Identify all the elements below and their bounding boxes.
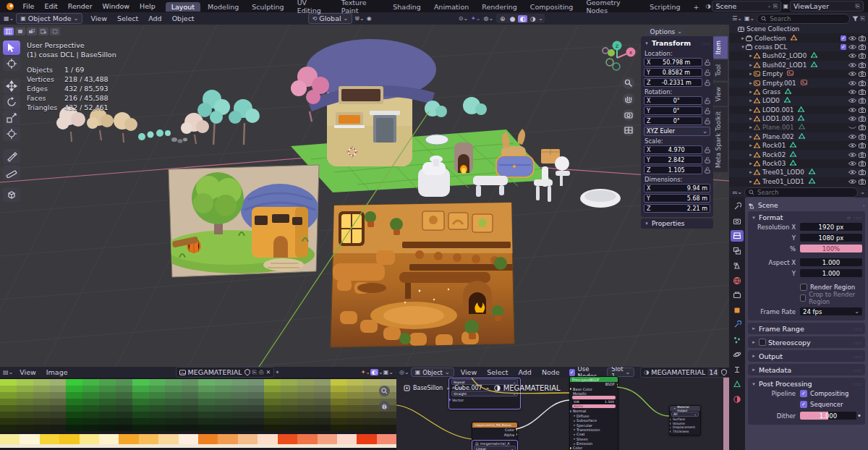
shader-type-selector[interactable]: ▣ Object⌄ xyxy=(411,368,454,377)
rotate-tool[interactable] xyxy=(3,95,20,109)
scale-tool[interactable] xyxy=(3,111,20,125)
filter-icon[interactable] xyxy=(852,16,859,22)
properties-search[interactable] xyxy=(744,187,858,198)
menu-help[interactable]: Help xyxy=(135,2,161,10)
users-count[interactable]: 14 xyxy=(707,368,719,376)
camera-render-icon[interactable] xyxy=(859,116,866,122)
camera-render-icon[interactable] xyxy=(859,161,866,166)
expand-icon[interactable]: ▸ xyxy=(748,98,754,103)
properties-tool-tab[interactable] xyxy=(731,200,744,212)
lock-open-icon[interactable] xyxy=(705,147,710,153)
outliner-search-input[interactable] xyxy=(768,14,845,23)
checkbox-sequencer[interactable]: ✓Sequencer xyxy=(800,401,843,408)
lock-open-icon[interactable] xyxy=(705,157,710,164)
sidebar-tab-view[interactable]: View xyxy=(713,82,728,106)
menu-render[interactable]: Render xyxy=(63,2,98,10)
sidebar-tab-tool[interactable]: Tool xyxy=(713,60,728,81)
camera-render-icon[interactable] xyxy=(859,44,866,50)
outliner-item-empty[interactable]: ▸Empty xyxy=(729,69,868,78)
viewport-menu-view[interactable]: View xyxy=(85,14,112,22)
expand-icon[interactable]: ▸ xyxy=(740,35,746,41)
outliner-item-grass[interactable]: ▸Grass xyxy=(729,88,868,96)
outliner-item-tree01_lod1[interactable]: ▸Tree01_LOD1 xyxy=(729,177,868,186)
shield-fake-user-icon[interactable] xyxy=(244,369,250,375)
menu-edit[interactable]: Edit xyxy=(39,2,62,10)
expand-icon[interactable]: ▸ xyxy=(748,116,754,122)
collection-toggle-icon-3[interactable] xyxy=(38,27,48,35)
new-viewlayer-icon[interactable]: ⎘ xyxy=(856,3,860,10)
proportional-edit-icon[interactable]: ◉ xyxy=(367,15,372,22)
expand-icon[interactable]: ▸ xyxy=(748,179,754,184)
camera-render-icon[interactable] xyxy=(859,80,866,86)
properties-viewlayer-tab[interactable] xyxy=(731,245,744,257)
expand-icon[interactable]: ▸ xyxy=(748,107,754,113)
image-menu-view[interactable]: View xyxy=(14,368,41,376)
shading-material-icon[interactable]: ◐ xyxy=(518,15,527,22)
expand-icon[interactable]: ▸ xyxy=(748,169,754,175)
select-box-tool[interactable] xyxy=(3,41,20,55)
pin-icon[interactable]: ⌖ xyxy=(768,4,770,9)
collection-checkbox[interactable]: ✓ xyxy=(841,35,846,41)
outliner-item-collection[interactable]: ▸Collection✓ xyxy=(729,33,868,42)
expand-icon[interactable]: ▸ xyxy=(748,143,754,148)
image-datablock[interactable]: MEGAMATERIAL ⎘ ⎙ ✕ xyxy=(176,367,275,378)
outliner-item-rock03[interactable]: ▸Rock03 xyxy=(729,159,868,168)
field--[interactable]: 100% xyxy=(800,245,862,252)
field-frame-rate[interactable]: 24 fps⌄ xyxy=(800,307,862,315)
viewport-nav-icons[interactable] xyxy=(623,77,634,136)
value-field[interactable]: X50.798 m xyxy=(644,58,702,67)
expand-icon[interactable]: ▸ xyxy=(748,134,754,140)
overlays-toggle-icon[interactable]: ✦⌄ xyxy=(471,15,480,22)
pack-image-icon[interactable]: ⎙ xyxy=(259,369,263,376)
menu-file[interactable]: File xyxy=(17,2,39,10)
pin-icon[interactable]: ⌖ xyxy=(863,203,865,208)
editor-type-icon[interactable]: ▦⌄ xyxy=(4,15,14,22)
expand-icon[interactable]: ▸ xyxy=(748,124,754,130)
breadcrumb-object[interactable]: BaseSillon xyxy=(413,385,443,391)
expand-icon[interactable]: ▸ xyxy=(748,53,754,59)
lock-open-icon[interactable] xyxy=(705,167,710,174)
annotate-tool[interactable] xyxy=(3,149,20,164)
field-aspect-x[interactable]: 1.000 xyxy=(800,258,862,266)
post-processing-header[interactable]: ▾Post Processing:::: xyxy=(751,379,862,389)
node-menu-view[interactable]: View xyxy=(456,368,482,376)
group-node[interactable]: megamaterial_RN_Bolsas ColorAlpha xyxy=(472,422,518,441)
keyed-slider[interactable]: Alpha xyxy=(572,404,616,408)
zoom-icon[interactable] xyxy=(379,386,390,396)
viewport-menu-select[interactable]: Select xyxy=(112,14,143,22)
camera-render-icon[interactable] xyxy=(859,143,866,148)
outliner-item-lod0[interactable]: ▸LOD0 xyxy=(729,96,868,105)
sidebar-tab-meta-spark-toolkit[interactable]: Meta Spark Toolkit xyxy=(713,107,728,172)
outliner-item-plane-002[interactable]: ▸Plane.002 xyxy=(729,132,868,141)
rotation-mode-dropdown[interactable]: XYZ Euler⌄ xyxy=(644,127,710,136)
workspace-tab-texture-paint[interactable]: Texture Paint xyxy=(336,0,386,15)
breadcrumb-mesh[interactable]: Cube.007 xyxy=(454,385,482,391)
camera-render-icon[interactable] xyxy=(859,107,866,113)
camera-render-icon[interactable] xyxy=(859,89,866,95)
panel-stereoscopy[interactable]: ▸Stereoscopy:::: xyxy=(748,336,865,348)
properties-world-tab[interactable] xyxy=(731,275,744,286)
shader-editor-side-strip[interactable] xyxy=(723,378,729,450)
viewport-menu-add[interactable]: Add xyxy=(143,14,166,22)
eye-icon[interactable] xyxy=(848,169,856,175)
add-workspace-button[interactable]: + xyxy=(687,2,705,12)
gizmo-icon[interactable]: ✦⌄ xyxy=(361,369,370,375)
lock-open-icon[interactable] xyxy=(705,108,710,114)
vector-input[interactable]: Vector xyxy=(449,397,520,402)
new-collection-icon[interactable]: ⎘ xyxy=(861,15,865,22)
expand-icon[interactable]: ▾ xyxy=(740,44,746,50)
workspace-tab-uv-editing[interactable]: UV Editing xyxy=(292,0,334,15)
panel-metadata[interactable]: ▸Metadata:::: xyxy=(748,364,865,375)
workspace-tab-scripting[interactable]: Scripting xyxy=(644,2,686,12)
eye-icon[interactable] xyxy=(848,62,856,68)
camera-render-icon[interactable] xyxy=(859,98,866,103)
overlay-icon[interactable]: ◐ xyxy=(370,369,378,375)
outliner-item-rock02[interactable]: ▸Rock02 xyxy=(729,150,868,158)
outliner-item-tree01_lod0[interactable]: ▸Tree01_LOD0 xyxy=(729,168,868,177)
outliner-item-bush02_lod1[interactable]: ▸Bush02_LOD1 xyxy=(729,61,868,69)
sidebar-tab-item[interactable]: Item xyxy=(713,36,728,59)
properties-output-tab[interactable] xyxy=(731,230,744,242)
collection-toggle-icon-4[interactable] xyxy=(50,27,60,35)
outliner-item-plane-001[interactable]: ▸Plane.001 xyxy=(729,123,868,132)
properties-particles-tab[interactable] xyxy=(731,334,744,346)
